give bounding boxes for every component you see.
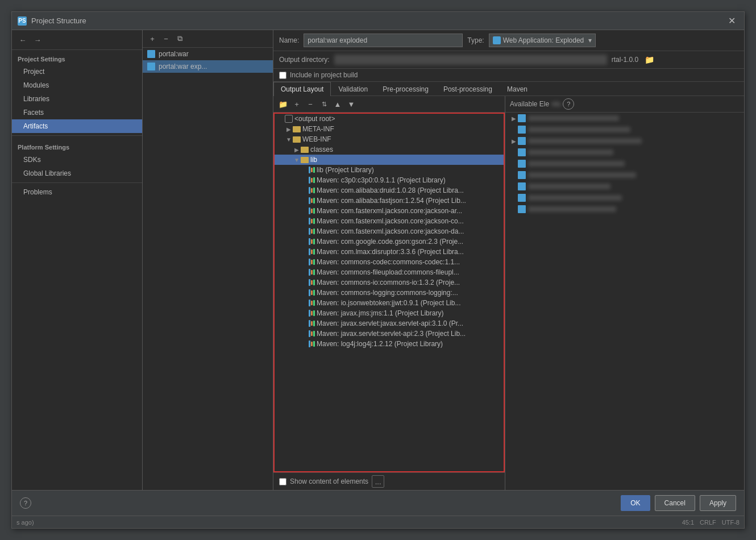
tab-output-layout[interactable]: Output Layout [273,82,331,96]
nav-forward-button[interactable]: → [31,34,44,46]
sidebar-item-libraries[interactable]: Libraries [12,92,142,106]
tree-item-meta-inf[interactable]: ▶ META-INF [275,124,504,134]
tree-item-maven-jjwt[interactable]: Maven: io.jsonwebtoken:jjwt:0.9.1 (Proje… [275,298,504,308]
artifact-toolbar: + − ⧉ [143,30,273,48]
servlet-23-lib-icon [309,330,315,337]
sidebar-item-sdks[interactable]: SDKs [12,153,142,167]
dialog-title: Project Structure [31,16,86,25]
show-content-label: Show content of elements [290,477,368,485]
tree-item-maven-disruptor[interactable]: Maven: com.lmax:disruptor:3.3.6 (Project… [275,247,504,257]
sidebar-item-artifacts[interactable]: Artifacts [12,119,142,133]
classes-folder-icon [301,147,309,153]
sidebar-item-project[interactable]: Project [12,65,142,78]
avail-item-3[interactable]: ▶ [505,135,744,147]
layout-toolbar: 📁 + − ⇅ ▲ ▼ [273,96,505,113]
tree-item-maven-logging[interactable]: Maven: commons-logging:commons-logging:.… [275,288,504,298]
name-input[interactable] [304,34,463,47]
artifact-tree: <output root> ▶ META-INF ▼ [273,113,505,472]
tab-post-processing[interactable]: Post-processing [436,82,500,96]
status-crlf: CRLF [700,519,716,526]
avail-text-4 [528,149,613,155]
layout-add-button[interactable]: + [290,98,303,110]
tree-item-lib[interactable]: ▼ lib [275,155,504,165]
tree-item-maven-log4j[interactable]: Maven: log4j:log4j:1.2.12 (Project Libra… [275,339,504,349]
available-elements-tree: ▶ ▶ [505,113,744,490]
tree-item-maven-jms[interactable]: Maven: javax.jms:jms:1.1 (Project Librar… [275,308,504,318]
tree-item-web-inf[interactable]: ▼ WEB-INF [275,134,504,144]
avail-item-1[interactable]: ▶ [505,113,744,124]
tree-item-classes[interactable]: ▶ classes [275,144,504,155]
tree-item-maven-jackson-co[interactable]: Maven: com.fasterxml.jackson.core:jackso… [275,216,504,226]
tree-item-maven-commons-io[interactable]: Maven: commons-io:commons-io:1.3.2 (Proj… [275,277,504,288]
avail-item-4[interactable] [505,147,744,158]
cancel-button[interactable]: Cancel [655,495,695,511]
avail-item-9[interactable] [505,203,744,215]
artifact-list-panel: + − ⧉ portal:war portal:war exp... [143,30,273,490]
ok-button[interactable]: OK [621,495,650,511]
avail-item-8[interactable] [505,192,744,203]
help-icon[interactable]: ? [563,98,574,110]
nav-back-button[interactable]: ← [16,34,29,46]
avail-item-5[interactable] [505,158,744,169]
add-artifact-button[interactable]: + [146,32,159,45]
sidebar-item-facets[interactable]: Facets [12,106,142,119]
avail-text-2 [528,127,630,132]
avail-icon-5 [518,160,526,168]
type-dropdown[interactable]: Web Application: Exploded ▾ [489,34,596,47]
avail-icon-3 [518,137,526,145]
show-content-checkbox[interactable] [279,478,286,485]
sidebar-item-modules[interactable]: Modules [12,78,142,92]
layout-up-button[interactable]: ▲ [331,98,344,110]
tree-item-maven-c3p0[interactable]: Maven: c3p0:c3p0:0.9.1.1 (Project Librar… [275,175,504,185]
tree-item-maven-codec[interactable]: Maven: commons-codec:commons-codec:1.1..… [275,257,504,267]
logging-lib-icon [309,289,315,296]
avail-item-7[interactable] [505,181,744,192]
tab-pre-processing[interactable]: Pre-processing [375,82,436,96]
sidebar-nav: ← → [12,30,142,50]
layout-down-button[interactable]: ▼ [345,98,358,110]
output-dir-blurred [334,55,607,65]
jackson-co-lib-icon [309,218,315,225]
avail-item-2[interactable] [505,124,744,135]
tree-item-maven-servlet-31[interactable]: Maven: javax.servlet:javax.servlet-api:3… [275,318,504,329]
remove-artifact-button[interactable]: − [160,32,172,45]
tab-maven[interactable]: Maven [500,82,535,96]
include-build-checkbox[interactable] [279,72,286,79]
tree-item-maven-fileupload[interactable]: Maven: commons-fileupload:commons-fileup… [275,267,504,277]
gson-lib-icon [309,238,315,245]
include-build-label: Include in project build [290,71,358,79]
avail-text-7 [528,184,610,189]
platform-settings-section-title: Platform Settings [12,138,142,153]
status-position: 45:1 [682,519,694,526]
tree-item-maven-jackson-ar[interactable]: Maven: com.fasterxml.jackson.core:jackso… [275,206,504,216]
artifact-item-war[interactable]: portal:war [143,48,273,60]
tree-item-lib-proj[interactable]: lib (Project Library) [275,165,504,175]
copy-artifact-button[interactable]: ⧉ [173,32,186,45]
status-bar: s ago) 45:1 CRLF UTF-8 [12,516,744,528]
tree-item-maven-fastjson[interactable]: Maven: com.alibaba:fastjson:1.2.54 (Proj… [275,196,504,206]
sidebar-item-global-libraries[interactable]: Global Libraries [12,167,142,180]
layout-sort-button[interactable]: ⇅ [318,98,330,110]
close-button[interactable]: ✕ [725,14,738,28]
artifact-item-war-exploded[interactable]: portal:war exp... [143,60,273,73]
sidebar-item-problems[interactable]: Problems [12,185,142,199]
tree-item-output-root[interactable]: <output root> [275,114,504,124]
more-options-button[interactable]: ... [372,475,384,488]
tree-item-maven-servlet-23[interactable]: Maven: javax.servlet:servlet-api:2.3 (Pr… [275,329,504,339]
output-dir-browse-button[interactable]: 📁 [643,53,655,66]
tree-item-maven-jackson-da[interactable]: Maven: com.fasterxml.jackson.core:jackso… [275,226,504,236]
tree-toggle-classes: ▶ [293,147,301,153]
title-bar-left: PS Project Structure [18,16,86,26]
footer-help-icon[interactable]: ? [20,497,31,509]
log4j-lib-icon [309,340,315,347]
avail-item-6[interactable] [505,169,744,181]
tab-validation[interactable]: Validation [331,82,375,96]
sidebar-divider-2 [12,182,142,183]
apply-button[interactable]: Apply [700,495,736,511]
tree-item-maven-gson[interactable]: Maven: com.google.code.gson:gson:2.3 (Pr… [275,236,504,247]
jackson-da-lib-icon [309,228,315,235]
tree-item-maven-druid[interactable]: Maven: com.alibaba:druid:1.0.28 (Project… [275,185,504,196]
layout-folder-button[interactable]: 📁 [277,98,289,110]
project-settings-section-title: Project Settings [12,50,142,65]
layout-remove-button[interactable]: − [304,98,317,110]
